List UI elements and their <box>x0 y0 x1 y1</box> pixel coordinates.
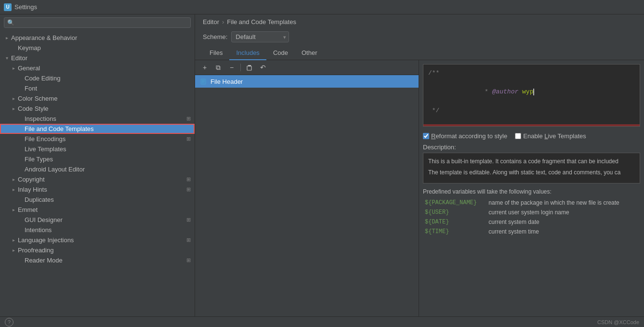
predefined-vars: Predefined variables will take the follo… <box>423 188 640 314</box>
breadcrumb: Editor › File and Code Templates <box>195 14 644 29</box>
enable-live-label: Enable Live Templates <box>523 132 586 140</box>
gui-designer-badge: ⊞ <box>186 217 191 223</box>
expand-arrow-proofreading <box>11 248 16 253</box>
sidebar-item-duplicates[interactable]: Duplicates <box>0 195 195 205</box>
revert-button[interactable]: ↶ <box>257 62 269 73</box>
code-author-value: wyp <box>518 88 533 95</box>
code-asterisk: * <box>481 88 492 95</box>
breadcrumb-current: File and Code Templates <box>227 18 296 26</box>
code-line-2: * @author wyp <box>428 78 635 106</box>
remove-button[interactable]: − <box>226 62 237 73</box>
add-button[interactable]: + <box>199 62 210 73</box>
scheme-dropdown[interactable]: Default Project <box>231 31 289 42</box>
inlay-hints-badge: ⊞ <box>186 186 191 193</box>
expand-arrow-color-scheme <box>11 96 16 102</box>
tab-code[interactable]: Code <box>266 46 295 60</box>
expand-arrow-inlay-hints <box>11 187 16 193</box>
content-panel: Editor › File and Code Templates Scheme:… <box>195 14 644 316</box>
pred-desc-package: name of the package in which the new fil… <box>486 198 640 208</box>
sidebar-item-editor[interactable]: Editor <box>0 53 195 63</box>
sidebar-item-copyright[interactable]: Copyright ⊞ <box>0 174 195 184</box>
sidebar-item-language-injections[interactable]: Language Injections ⊞ <box>0 235 195 245</box>
expand-arrow-editor <box>4 55 10 61</box>
search-box[interactable]: 🔍 <box>4 17 191 28</box>
sidebar-item-color-scheme[interactable]: Color Scheme <box>0 93 195 104</box>
toolbar-sep-1 <box>240 64 241 71</box>
predefined-table: ${PACKAGE_NAME} name of the package in w… <box>423 198 640 236</box>
tab-includes[interactable]: Includes <box>229 46 266 60</box>
code-editor-inner: /** * @author wyp */ <box>423 65 640 119</box>
description-text-2: The template is editable. Along with sta… <box>428 168 635 177</box>
sidebar-item-android-layout[interactable]: Android Layout Editor <box>0 164 195 174</box>
tab-files[interactable]: Files <box>203 46 229 60</box>
sidebar-item-keymap[interactable]: Keymap <box>0 43 195 53</box>
pred-var-package: ${PACKAGE_NAME} <box>423 198 486 208</box>
copy-button[interactable]: ⧉ <box>212 62 224 73</box>
sidebar-item-reader-mode[interactable]: Reader Mode ⊞ <box>0 255 195 265</box>
sidebar-item-file-types[interactable]: File Types <box>0 154 195 164</box>
expand-arrow-code-style <box>11 106 16 112</box>
sidebar-item-inspections[interactable]: Inspections ⊞ <box>0 114 195 124</box>
reformat-underline: R <box>431 132 435 140</box>
description-box: This is a built-in template. It contains… <box>423 153 640 183</box>
help-button[interactable]: ? <box>5 318 13 327</box>
code-line-1: /** <box>428 68 635 78</box>
scheme-dropdown-wrap[interactable]: Default Project <box>231 31 289 42</box>
sidebar-item-code-editing[interactable]: Code Editing <box>0 73 195 83</box>
sidebar-item-file-encodings[interactable]: File Encodings ⊞ <box>0 134 195 144</box>
svg-rect-1 <box>248 65 251 66</box>
expand-arrow-general <box>11 65 16 71</box>
list-toolbar: + ⧉ − ↶ <box>195 60 419 75</box>
code-at-author: @author <box>492 88 519 95</box>
description-title: Description: <box>423 144 640 151</box>
sidebar-item-emmet[interactable]: Emmet <box>0 205 195 215</box>
enable-live-checkbox[interactable] <box>515 133 521 139</box>
expand-arrow-copyright <box>11 177 16 183</box>
tab-other[interactable]: Other <box>295 46 324 60</box>
file-header-icon <box>200 78 208 85</box>
pred-row-date: ${DATE} current system date <box>423 217 640 227</box>
list-items: File Header <box>195 75 419 316</box>
pred-row-package: ${PACKAGE_NAME} name of the package in w… <box>423 198 640 208</box>
code-editor[interactable]: /** * @author wyp */ <box>423 64 640 127</box>
description-section: Description: This is a built-in template… <box>423 144 640 183</box>
sidebar-item-inlay-hints[interactable]: Inlay Hints ⊞ <box>0 184 195 195</box>
search-input[interactable] <box>16 19 187 26</box>
editor-options: Reformat according to style Enable Live … <box>419 131 644 142</box>
sidebar-item-proofreading[interactable]: Proofreading <box>0 245 195 255</box>
app-icon: U <box>4 3 12 11</box>
pred-row-user: ${USER} current user system login name <box>423 208 640 217</box>
expand-arrow-language-injections <box>11 237 16 243</box>
expand-arrow-emmet <box>11 207 16 213</box>
code-error-indicator <box>423 124 640 126</box>
file-header-label: File Header <box>210 78 243 85</box>
sidebar-item-live-templates[interactable]: Live Templates <box>0 144 195 154</box>
footer-watermark: CSDN @XCCode <box>597 319 639 325</box>
file-encodings-badge: ⊞ <box>186 136 191 142</box>
sidebar-item-appearance[interactable]: Appearance & Behavior <box>0 33 195 43</box>
list-item-file-header[interactable]: File Header <box>195 75 419 88</box>
footer: ? CSDN @XCCode <box>0 316 644 327</box>
svg-rect-0 <box>247 66 251 70</box>
scheme-label: Scheme: <box>203 33 227 40</box>
pred-var-date: ${DATE} <box>423 217 486 227</box>
sidebar-item-general[interactable]: General <box>0 63 195 73</box>
description-text-1: This is a built-in template. It contains… <box>428 157 635 166</box>
scheme-row: Scheme: Default Project <box>195 29 644 46</box>
sidebar-item-intentions[interactable]: Intentions <box>0 225 195 235</box>
pred-desc-date: current system date <box>486 217 640 227</box>
reformat-checkbox[interactable] <box>423 133 429 139</box>
title-bar: U Settings <box>0 0 644 14</box>
sidebar-item-code-style[interactable]: Code Style <box>0 104 195 114</box>
sidebar-item-font[interactable]: Font <box>0 83 195 93</box>
reformat-checkbox-wrap[interactable]: Reformat according to style <box>423 132 507 140</box>
main-container: 🔍 Appearance & Behavior Keymap Editor <box>0 14 644 316</box>
copyright-badge: ⊞ <box>186 176 191 183</box>
breadcrumb-separator: › <box>222 18 224 26</box>
predefined-title: Predefined variables will take the follo… <box>423 188 640 195</box>
paste-button[interactable] <box>244 62 255 73</box>
sidebar-item-gui-designer[interactable]: GUI Designer ⊞ <box>0 215 195 225</box>
split-panel: + ⧉ − ↶ <box>195 60 644 316</box>
sidebar-item-file-code-templates[interactable]: File and Code Templates <box>0 124 195 134</box>
enable-live-checkbox-wrap[interactable]: Enable Live Templates <box>515 132 586 140</box>
